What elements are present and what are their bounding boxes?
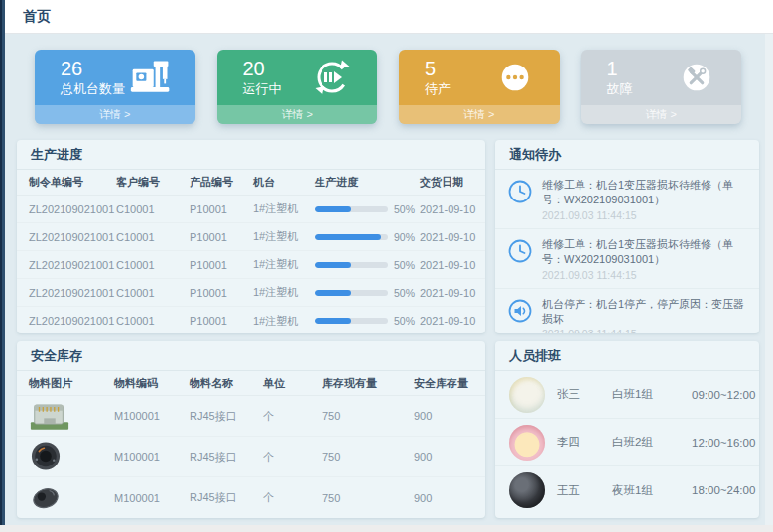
cell-unit: 个	[263, 409, 322, 424]
cell-product-no: P10001	[190, 231, 253, 243]
header-cell: 交货日期	[420, 175, 475, 190]
cell-safety-qty: 900	[414, 492, 475, 504]
stat-label: 待产	[425, 81, 451, 97]
production-table-row: ZL202109021001 C10001 P10001 1#注塑机 90% 2…	[17, 223, 485, 251]
stat-label: 故障	[607, 81, 633, 97]
header-cell: 安全库存量	[414, 376, 475, 391]
cell-order-no: ZL202109021001	[29, 315, 116, 327]
stat-card-main: 1 故障	[581, 50, 742, 105]
production-table-header: 制令单编号 客户编号 产品编号 机台 生产进度 交货日期	[17, 170, 485, 196]
stat-detail-link[interactable]: 详情 >	[217, 105, 378, 124]
inventory-table-row: M100001 RJ45接口 个 750 900	[17, 396, 485, 437]
production-table-row: ZL202109021001 C10001 P10001 1#注塑机 50% 2…	[17, 196, 485, 223]
cell-delivery-date: 2021-09-10	[420, 231, 475, 243]
progress-track	[315, 234, 388, 240]
cell-order-no: ZL202109021001	[29, 287, 116, 299]
production-table-row: ZL202109021001 C10001 P10001 1#注塑机 50% 2…	[17, 251, 485, 279]
schedule-name: 王五	[557, 483, 612, 498]
stat-card-running[interactable]: 20 运行中 详情 >	[217, 50, 378, 124]
stat-value: 20	[243, 57, 282, 81]
stats-row: 26 总机台数量	[17, 42, 759, 140]
notice-timestamp: 2021.09.03 11:44:15	[542, 328, 747, 333]
cell-machine: 1#注塑机	[253, 314, 315, 329]
dashboard-page: 首页 26 总机台数量	[5, 0, 773, 525]
stat-card-total-machines[interactable]: 26 总机台数量	[35, 50, 195, 124]
cell-safety-qty: 900	[414, 410, 475, 422]
cell-customer-no: C10001	[116, 231, 190, 243]
progress-percent: 50%	[394, 287, 415, 299]
progress-percent: 50%	[394, 203, 415, 215]
cell-customer-no: C10001	[116, 203, 190, 215]
cell-material-name: RJ45接口	[190, 409, 263, 424]
stat-card-fault[interactable]: 1 故障 详情 >	[581, 50, 742, 124]
avatar	[509, 425, 545, 461]
cell-unit: 个	[263, 490, 322, 505]
stat-detail-link[interactable]: 详情 >	[399, 105, 560, 124]
cell-product-no: P10001	[190, 259, 253, 271]
progress-percent: 90%	[394, 231, 415, 243]
production-table-row: ZL202109021001 C10001 P10001 1#注塑机 50% 2…	[17, 279, 485, 307]
stat-label: 运行中	[243, 81, 282, 97]
inventory-table-row: M100001 RJ45接口 个 750 900	[17, 437, 485, 477]
cell-product-no: P10001	[190, 203, 253, 215]
header-cell: 单位	[263, 376, 322, 391]
schedule-row: 李四 白班2组 12:00~16:00	[495, 419, 759, 466]
inventory-table-header: 物料图片 物料编码 物料名称 单位 库存现有量 安全库存量	[17, 371, 485, 396]
cell-progress: 50%	[315, 259, 420, 271]
schedule-name: 李四	[557, 435, 612, 450]
panel-title: 通知待办	[495, 140, 759, 170]
header-cell: 产品编号	[190, 175, 253, 190]
progress-bar-fill	[315, 318, 351, 324]
repair-icon	[674, 58, 719, 97]
panel-production-progress: 生产进度 制令单编号 客户编号 产品编号 机台 生产进度 交货日期 ZL2021…	[17, 140, 485, 333]
cell-material-code: M100001	[114, 492, 190, 504]
header-cell: 物料图片	[29, 376, 114, 391]
notice-item[interactable]: 维修工单：机台1变压器损坏待维修（单号：WX202109031001） 2021…	[495, 229, 759, 289]
schedule-time: 09:00~12:00	[692, 389, 755, 401]
notice-item[interactable]: 维修工单：机台1变压器损坏待维修（单号：WX202109031001） 2021…	[495, 170, 759, 229]
stat-detail-link[interactable]: 详情 >	[35, 105, 195, 124]
cell-progress: 50%	[315, 287, 420, 299]
progress-track	[315, 290, 388, 296]
header-cell: 库存现有量	[322, 376, 414, 391]
cell-material-name: RJ45接口	[190, 490, 263, 505]
cell-material-code: M100001	[114, 410, 190, 422]
notice-item[interactable]: 机台停产：机台1停产，停产原因：变压器损坏 2021.09.03 11:44:1…	[495, 289, 759, 333]
notice-timestamp: 2021.09.03 11:44:15	[542, 209, 747, 221]
material-photo-rj45-connector	[29, 399, 70, 432]
stat-card-waiting[interactable]: 5 待产 详情 >	[399, 50, 560, 124]
top-tab-bar: 首页	[5, 0, 773, 34]
clock-icon	[507, 179, 533, 204]
stat-card-main: 5 待产	[399, 50, 560, 105]
progress-bar-fill	[315, 262, 351, 268]
cell-safety-qty: 900	[414, 451, 475, 463]
cell-order-no: ZL202109021001	[29, 231, 116, 243]
panel-notices: 通知待办 维修工单：机台1变压器损坏待维修（单号：WX202109031001）…	[495, 140, 759, 333]
panel-title: 生产进度	[17, 140, 485, 170]
progress-bar-fill	[315, 206, 351, 212]
cell-progress: 50%	[315, 203, 420, 215]
header-cell: 客户编号	[116, 175, 190, 190]
cell-machine: 1#注塑机	[253, 229, 315, 244]
cell-order-no: ZL202109021001	[29, 203, 116, 215]
machine-icon	[128, 58, 174, 97]
material-photo-speaker-driver	[29, 440, 70, 472]
stat-detail-link[interactable]: 详情 >	[581, 105, 742, 124]
notice-text: 维修工单：机台1变压器损坏待维修（单号：WX202109031001）	[542, 178, 747, 208]
tab-home[interactable]: 首页	[23, 8, 51, 26]
avatar	[509, 377, 545, 413]
stat-value: 26	[61, 57, 125, 81]
right-edge-strip	[765, 34, 773, 525]
header-cell: 机台	[253, 175, 315, 190]
cell-stock-qty: 750	[322, 410, 414, 422]
panel-staff-schedule: 人员排班 张三 白班1组 09:00~12:00 李四 白班2组 12:00~1…	[495, 341, 759, 518]
cell-delivery-date: 2021-09-10	[420, 259, 475, 271]
panel-title: 安全库存	[17, 341, 485, 371]
cell-product-no: P10001	[190, 315, 253, 327]
progress-bar-fill	[315, 290, 351, 296]
progress-track	[315, 206, 388, 212]
schedule-time: 18:00~24:00	[692, 484, 755, 496]
schedule-shift: 夜班1组	[612, 483, 692, 498]
header-cell: 制令单编号	[29, 175, 116, 190]
cell-customer-no: C10001	[116, 287, 190, 299]
